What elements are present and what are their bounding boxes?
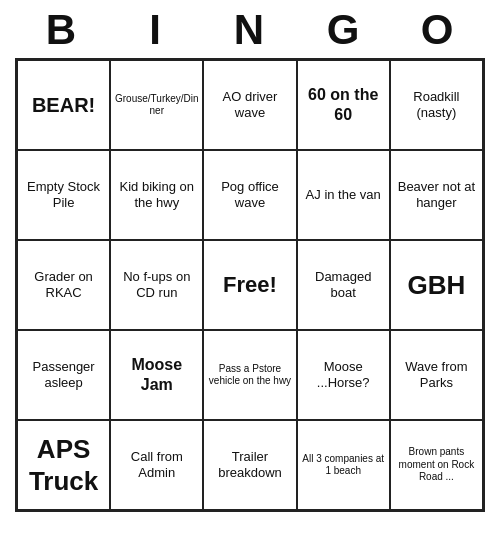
cell-2-0: Grader on RKAC <box>17 240 110 330</box>
title-n: N <box>207 6 293 54</box>
cell-3-3: Moose ...Horse? <box>297 330 390 420</box>
cell-2-2-free: Free! <box>203 240 296 330</box>
cell-4-3: All 3 companies at 1 beach <box>297 420 390 510</box>
cell-1-3: AJ in the van <box>297 150 390 240</box>
title-b: B <box>19 6 105 54</box>
cell-4-4: Brown pants moment on Rock Road ... <box>390 420 483 510</box>
cell-4-2: Trailer breakdown <box>203 420 296 510</box>
cell-4-1: Call from Admin <box>110 420 203 510</box>
cell-2-3: Damaged boat <box>297 240 390 330</box>
cell-3-2: Pass a Pstore vehicle on the hwy <box>203 330 296 420</box>
title-i: I <box>113 6 199 54</box>
cell-3-4: Wave from Parks <box>390 330 483 420</box>
bingo-title: B I N G O <box>15 0 485 58</box>
cell-4-0: APS Truck <box>17 420 110 510</box>
cell-3-0: Passenger asleep <box>17 330 110 420</box>
title-g: G <box>301 6 387 54</box>
cell-0-0: BEAR! <box>17 60 110 150</box>
cell-1-4: Beaver not at hanger <box>390 150 483 240</box>
cell-0-3: 60 on the 60 <box>297 60 390 150</box>
cell-2-4: GBH <box>390 240 483 330</box>
cell-0-4: Roadkill (nasty) <box>390 60 483 150</box>
cell-2-1: No f-ups on CD run <box>110 240 203 330</box>
cell-3-1: Moose Jam <box>110 330 203 420</box>
title-o: O <box>395 6 481 54</box>
cell-0-2: AO driver wave <box>203 60 296 150</box>
cell-1-2: Pog office wave <box>203 150 296 240</box>
cell-1-0: Empty Stock Pile <box>17 150 110 240</box>
cell-0-1: Grouse/Turkey/Dinner <box>110 60 203 150</box>
bingo-grid: BEAR! Grouse/Turkey/Dinner AO driver wav… <box>15 58 485 512</box>
cell-1-1: Kid biking on the hwy <box>110 150 203 240</box>
